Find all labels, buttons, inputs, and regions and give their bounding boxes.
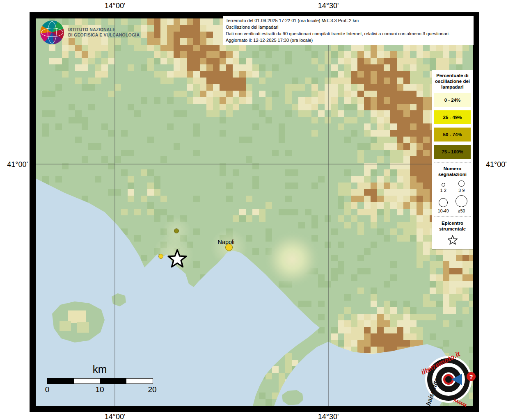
grid-label-bottom-lon-right: 14°30' xyxy=(318,413,339,420)
legend-epicenter-title: Epicentro strumentale xyxy=(434,220,471,232)
event-updated-line: Aggiornato il: 12-12-2025 17:30 (ora loc… xyxy=(226,37,471,43)
epicenter-star-icon xyxy=(447,235,458,246)
legend-panel: Percentuale di oscillazione dei lampadar… xyxy=(432,70,473,249)
event-info-box: Terremoto del 01-09-2025 17:22:01 (ora l… xyxy=(223,16,474,45)
haisentito-logo-graphic: ilterremoto.it haisentito www. ? xyxy=(419,349,480,410)
haisentito-logo: ilterremoto.it haisentito www. ? xyxy=(419,349,480,412)
scalebar-tick-20: 20 xyxy=(148,385,156,394)
signal-circle-large-icon xyxy=(439,198,448,207)
legend-title: Percentuale di oscillazione dei lampadar… xyxy=(434,73,471,90)
logo-center-dot xyxy=(445,376,452,383)
legend-class-0-24: 0 - 24% xyxy=(434,93,471,107)
legend-class-75-100: 75 - 100% xyxy=(434,145,471,159)
legend-signals-title: Numero segnalazioni xyxy=(434,166,471,177)
map-canvas: Napoli xyxy=(36,18,473,406)
city-label-napoli: Napoli xyxy=(217,239,234,245)
ingv-name-line1: ISTITUTO NAZIONALE xyxy=(68,27,140,32)
report-dot-coast xyxy=(159,254,163,259)
scalebar-tick-10: 10 xyxy=(95,385,104,394)
signal-size-1-2: 1-2 xyxy=(440,183,446,193)
report-dot-inland xyxy=(174,229,179,233)
signal-circle-small-icon xyxy=(442,183,445,187)
event-effect-line: Oscillazione dei lampadari xyxy=(226,24,471,30)
grid-label-lat-left: 41°00' xyxy=(2,160,28,169)
scalebar-ticks: 0 10 20 xyxy=(47,384,152,394)
ingv-name-line2: DI GEOFISICA E VULCANOLOGIA xyxy=(68,32,140,38)
intensity-halo-vesuvio xyxy=(263,231,321,288)
grid-label-top-lon-right: 14°30' xyxy=(318,2,339,10)
legend-class-50-74: 50 - 74% xyxy=(434,128,471,142)
legend-divider-1 xyxy=(434,162,471,162)
scalebar-tick-0: 0 xyxy=(45,385,50,394)
signal-size-3-9: 3-9 xyxy=(458,180,465,193)
ingv-logo-block: ISTITUTO NAZIONALE DI GEOFISICA E VULCAN… xyxy=(40,21,140,44)
signal-circle-xlarge-icon xyxy=(455,195,467,207)
signal-label-3-9: 3-9 xyxy=(458,188,465,193)
signal-size-10-49: 10-49 xyxy=(438,198,449,213)
logo-question-mark: ? xyxy=(469,373,473,380)
signal-label-50plus: ≥50 xyxy=(458,208,465,213)
macroseismic-map-page: 14°00' 14°30' 14°00' 14°30' 41°00' 41°00… xyxy=(0,0,515,420)
ingv-globe-icon xyxy=(40,21,64,44)
grid-label-top-lon-left: 14°00' xyxy=(105,2,126,10)
grid-label-bottom-lon-left: 14°00' xyxy=(105,413,126,420)
legend-signal-sizes: 1-2 3-9 10-49 ≥50 xyxy=(434,180,471,213)
signal-label-10-49: 10-49 xyxy=(438,208,449,213)
legend-class-25-49: 25 - 49% xyxy=(434,110,471,124)
legend-epicenter-symbol xyxy=(434,235,471,246)
event-disclaimer-line: Dati non verificati estratti da 90 quest… xyxy=(226,30,471,37)
signal-circle-medium-icon xyxy=(458,180,465,187)
scalebar-bar xyxy=(47,378,153,384)
event-summary-line: Terremoto del 01-09-2025 17:22:01 (ora l… xyxy=(226,17,471,24)
scalebar-unit: km xyxy=(47,363,152,376)
ingv-name: ISTITUTO NAZIONALE DI GEOFISICA E VULCAN… xyxy=(68,27,140,38)
grid-label-lat-right: 41°00' xyxy=(486,160,515,169)
signal-label-1-2: 1-2 xyxy=(440,188,446,193)
signal-size-50plus: ≥50 xyxy=(455,195,467,213)
legend-divider-2 xyxy=(434,217,471,217)
scalebar: km 0 10 20 xyxy=(41,363,153,394)
